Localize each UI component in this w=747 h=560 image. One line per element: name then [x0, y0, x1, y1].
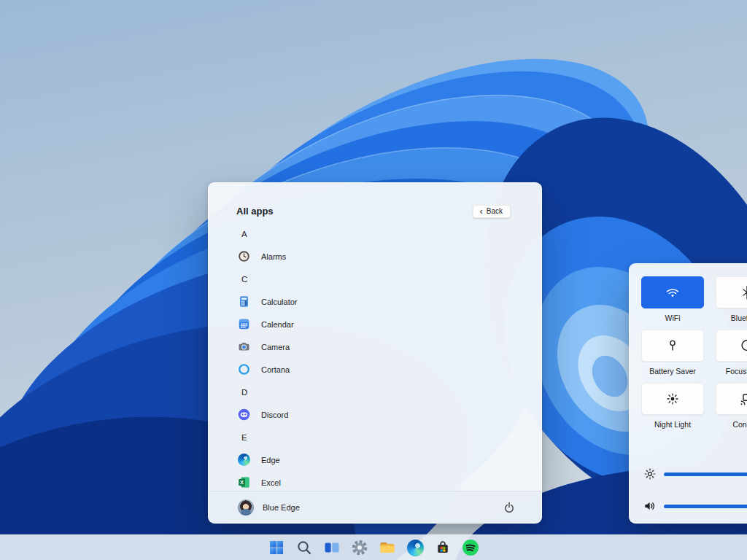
file-explorer-button[interactable]: [379, 539, 397, 557]
user-avatar: [238, 499, 254, 516]
task-view-icon: [323, 539, 341, 556]
quick-settings-grid: WiFi Bluetooth Battery Saver: [641, 276, 747, 429]
edge-icon: [407, 540, 424, 556]
user-profile-button[interactable]: Blue Edge: [209, 499, 300, 516]
focus-assist-label: Focus assist: [726, 367, 747, 376]
chevron-left-icon: ‹: [479, 208, 482, 215]
desktop: All apps ‹ Back A Alarms C: [0, 0, 747, 560]
cortana-icon: [238, 363, 250, 376]
calendar-icon: [238, 318, 250, 330]
wifi-icon: [665, 284, 681, 300]
calculator-icon: [238, 295, 250, 308]
taskbar: [0, 534, 747, 560]
night-light-label: Night Light: [654, 420, 691, 429]
volume-slider[interactable]: [664, 505, 747, 508]
section-letter-c[interactable]: C: [209, 268, 541, 290]
brightness-slider-row: [643, 465, 747, 483]
edge-icon: [238, 454, 250, 466]
brightness-slider[interactable]: [664, 472, 747, 476]
task-view-button[interactable]: [323, 539, 341, 557]
search-button[interactable]: [295, 539, 314, 557]
quick-tile-bluetooth: Bluetooth: [716, 276, 747, 322]
user-name: Blue Edge: [263, 503, 300, 512]
app-list: A Alarms C: [209, 222, 541, 491]
quick-tile-focus-assist: Focus assist: [716, 330, 747, 376]
excel-icon: X: [238, 476, 250, 489]
connect-button[interactable]: [716, 383, 747, 415]
app-list-item-cortana[interactable]: Cortana: [209, 358, 541, 381]
edge-button[interactable]: [406, 539, 425, 557]
start-icon: [268, 539, 285, 556]
quick-tile-wifi: WiFi: [641, 276, 704, 322]
bluetooth-button[interactable]: [716, 276, 747, 308]
camera-icon: [238, 341, 250, 353]
search-icon: [295, 539, 313, 556]
start-button[interactable]: [268, 539, 286, 557]
app-list-item-calculator[interactable]: Calculator: [209, 290, 541, 313]
quick-tile-battery-saver: Battery Saver: [641, 330, 704, 376]
app-list-item-edge[interactable]: Edge: [209, 448, 541, 471]
night-light-button[interactable]: [641, 383, 704, 415]
night-light-icon: [665, 391, 681, 407]
app-list-item-excel[interactable]: X Excel: [209, 471, 541, 491]
app-list-item-calendar[interactable]: Calendar: [209, 313, 541, 335]
svg-text:X: X: [240, 479, 244, 486]
all-apps-title: All apps: [236, 206, 274, 217]
settings-button[interactable]: [351, 539, 369, 557]
back-button-label: Back: [487, 207, 503, 215]
section-letter-a[interactable]: A: [209, 222, 541, 245]
battery-saver-icon: [665, 338, 681, 354]
wifi-button[interactable]: [641, 276, 704, 308]
app-list-item-alarms[interactable]: Alarms: [209, 245, 541, 268]
power-icon: [503, 502, 515, 513]
connect-icon: [739, 391, 747, 407]
app-list-item-discord[interactable]: Discord: [209, 403, 541, 426]
alarms-icon: [238, 250, 250, 262]
battery-saver-button[interactable]: [641, 330, 704, 362]
microsoft-store-button[interactable]: [434, 539, 452, 557]
start-menu-panel: All apps ‹ Back A Alarms C: [208, 182, 542, 524]
back-button[interactable]: ‹ Back: [473, 205, 511, 218]
microsoft-store-icon: [434, 539, 452, 556]
start-menu-footer: Blue Edge: [209, 491, 541, 523]
battery-saver-label: Battery Saver: [649, 367, 696, 376]
bluetooth-icon: [739, 284, 747, 300]
spotify-icon: [462, 539, 479, 556]
volume-slider-row: [643, 497, 747, 515]
app-list-item-camera[interactable]: Camera: [209, 335, 541, 358]
section-letter-e[interactable]: E: [209, 426, 541, 448]
focus-assist-button[interactable]: [716, 330, 747, 362]
volume-icon: [643, 499, 657, 513]
section-letter-d[interactable]: D: [209, 381, 541, 403]
quick-tile-connect: Connect: [716, 383, 747, 429]
spotify-button[interactable]: [462, 539, 480, 557]
gear-icon: [351, 539, 368, 556]
quick-settings-panel: WiFi Bluetooth Battery Saver: [629, 263, 747, 524]
connect-label: Connect: [732, 420, 747, 429]
bluetooth-label: Bluetooth: [731, 314, 747, 322]
quick-tile-night-light: Night Light: [641, 383, 704, 429]
power-button[interactable]: [499, 497, 519, 518]
discord-icon: [238, 408, 250, 421]
brightness-icon: [643, 467, 657, 481]
wifi-label: WiFi: [665, 314, 681, 322]
file-explorer-icon: [379, 539, 396, 556]
focus-assist-icon: [739, 338, 747, 354]
